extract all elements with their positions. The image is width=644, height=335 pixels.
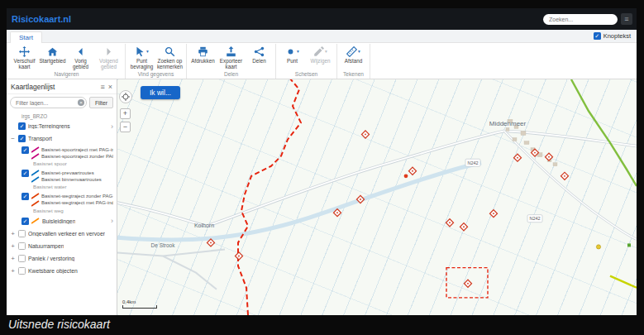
zoom-out-button[interactable]: − <box>120 122 131 132</box>
expand-icon[interactable]: + <box>10 267 16 275</box>
line-symbol-icon <box>31 218 40 224</box>
road-secondary-casing <box>504 131 637 239</box>
toolbar-button-zoeken-op-kenmerken[interactable]: Zoeken op kenmerken <box>156 44 184 69</box>
ribbon-group-navigeren: Verschuif kaartStartgebiedVorig gebiedVo… <box>8 44 126 79</box>
scale-bar: 0,4km <box>122 299 157 309</box>
risk-marker-dot <box>564 175 565 177</box>
layer-checkbox[interactable] <box>18 230 26 237</box>
draw-point-icon <box>285 46 296 57</box>
risk-marker-dot <box>463 226 465 227</box>
risk-marker-dot <box>467 283 469 285</box>
expand-icon[interactable]: + <box>10 242 16 250</box>
risk-marker-dot <box>365 134 366 136</box>
clear-filter-icon[interactable]: × <box>78 99 84 106</box>
layer-row-buisleidingen[interactable]: ✓Buisleidingen› <box>7 215 117 227</box>
page-caption: Uitsnede risicokaart <box>8 318 110 331</box>
ribbon-group-delen: AfdrukkenExporteer kaartDelenDelen <box>187 44 276 79</box>
layer-row-ongevallen-verkeer-en-vervoer[interactable]: +Ongevallen verkeer en vervoer <box>7 227 117 240</box>
zoom-in-button[interactable]: + <box>120 108 131 119</box>
layer-row-paniek-verstoring[interactable]: +Paniek / verstoring <box>7 252 117 265</box>
header-menu-icon[interactable]: ≡ <box>621 13 632 25</box>
expand-icon[interactable]: + <box>10 255 16 262</box>
home-icon <box>47 46 58 57</box>
knoptekst-toggle[interactable]: ✓ Knoptekst <box>594 32 631 40</box>
map-viewport[interactable]: N242N242MiddenmeerKolhornDe Strook Ik wi… <box>117 79 637 315</box>
layer-filter-row: × Filter <box>7 94 117 111</box>
point-query-icon <box>135 46 145 57</box>
toolbar-button-exporteer-kaart[interactable]: Exporteer kaart <box>217 44 245 69</box>
prev-icon <box>75 46 86 57</box>
layer-checkbox[interactable]: ✓ <box>21 218 29 225</box>
caret-down-icon: ▾ <box>146 49 149 54</box>
chevron-right-icon[interactable]: › <box>111 218 113 223</box>
ik-wil-button[interactable]: Ik wil... <box>141 86 180 99</box>
layer-row-kwetsbare-objecten[interactable]: +Kwetsbare objecten <box>7 265 117 277</box>
canal <box>117 163 481 240</box>
green-route <box>571 79 637 186</box>
road-shield-label: N242 <box>529 216 540 221</box>
collapse-icon[interactable]: − <box>10 135 16 142</box>
layer-checkbox[interactable] <box>18 267 26 275</box>
layer-checkbox[interactable]: ✓ <box>21 170 29 177</box>
layer-checkbox[interactable]: ✓ <box>18 135 26 142</box>
ribbon-group-tekenen: ▾AfstandTekenen <box>337 44 370 79</box>
expand-icon[interactable]: + <box>10 230 16 237</box>
layer-checkbox[interactable] <box>18 255 26 262</box>
tab-start[interactable]: Start <box>10 31 42 43</box>
layer-caption: Basisnet water <box>7 183 117 191</box>
line-symbol-icon <box>31 193 40 199</box>
risk-marker-dot <box>412 170 413 172</box>
risk-marker-dot <box>534 152 536 154</box>
filter-button[interactable]: Filter <box>89 97 113 108</box>
toolbar-button-startgebied[interactable]: Startgebied <box>39 44 66 64</box>
layer-checkbox[interactable]: ✓ <box>18 122 26 130</box>
line-symbol-icon <box>31 146 40 153</box>
layer-checkbox[interactable]: ✓ <box>21 146 29 154</box>
layer-filter-input[interactable] <box>10 97 87 108</box>
print-icon <box>198 46 208 57</box>
legend-item: ✓Basisnet-spoortraject met PAG-indBasisn… <box>7 145 117 160</box>
toolbar-button-punt[interactable]: ▾Punt <box>279 44 306 64</box>
app-window: Risicokaart.nl ≡ Start ✓ Knoptekst Versc… <box>7 8 637 315</box>
hazard-route-dashed[interactable] <box>238 79 301 315</box>
toolbar-button-verschuif-kaart[interactable]: Verschuif kaart <box>11 44 38 69</box>
search-features-icon <box>165 46 175 57</box>
layer-row-irgs-terreingrens[interactable]: ✓irgs:Terreingrens› <box>7 120 117 132</box>
yellow-green-route <box>610 276 637 288</box>
edit-icon <box>313 46 324 57</box>
share-icon <box>254 46 265 57</box>
chevron-right-icon[interactable]: › <box>111 124 113 129</box>
search-input[interactable] <box>543 14 618 25</box>
risk-marker-dot <box>336 212 338 213</box>
legend-row: Basisnet-spoortraject met PAG-ind <box>31 146 113 153</box>
panel-menu-icon[interactable]: ≡ <box>100 83 104 91</box>
layer-row-transport[interactable]: −✓Transport <box>7 132 117 145</box>
road-main-casing <box>117 131 637 226</box>
layer-panel-header: Kaartlagenlijst ≡ × <box>7 79 117 94</box>
caret-down-icon: ▾ <box>325 49 327 54</box>
legend-row: Basisnet-wegtraject zonder PAG- <box>31 193 113 199</box>
layer-panel-title: Kaartlagenlijst <box>11 83 97 91</box>
next-icon <box>103 46 114 57</box>
main-content: Kaartlagenlijst ≡ × × Filter irgs_BRZO✓i… <box>7 79 637 315</box>
road-minor <box>117 249 225 289</box>
legend-row: Basisnet-prevaartroutes <box>31 170 113 176</box>
toolbar-button-afstand[interactable]: ▾Afstand <box>340 44 367 64</box>
panel-close-icon[interactable]: × <box>108 83 112 91</box>
line-symbol-icon <box>31 176 40 183</box>
road-main <box>117 131 637 226</box>
risk-marker-dot <box>493 213 494 214</box>
toolbar-button-punt-bevraging[interactable]: ▾Punt bevraging <box>128 44 155 69</box>
layer-row-natuurrampen[interactable]: +Natuurrampen <box>7 240 117 252</box>
warning-dot-marker[interactable] <box>596 245 600 249</box>
crosshair-icon <box>122 93 130 101</box>
knoptekst-checkbox[interactable]: ✓ <box>594 32 601 40</box>
toolbar-button-delen[interactable]: Delen <box>246 44 273 64</box>
layer-checkbox[interactable]: ✓ <box>21 193 29 200</box>
risk-dot-marker[interactable] <box>404 174 408 178</box>
toolbar-button-vorig-gebied[interactable]: Vorig gebied <box>67 44 94 69</box>
toolbar-button-afdrukken[interactable]: Afdrukken <box>189 44 217 64</box>
green-marker[interactable] <box>627 243 631 246</box>
locate-button[interactable] <box>119 90 132 103</box>
layer-checkbox[interactable] <box>18 242 26 250</box>
